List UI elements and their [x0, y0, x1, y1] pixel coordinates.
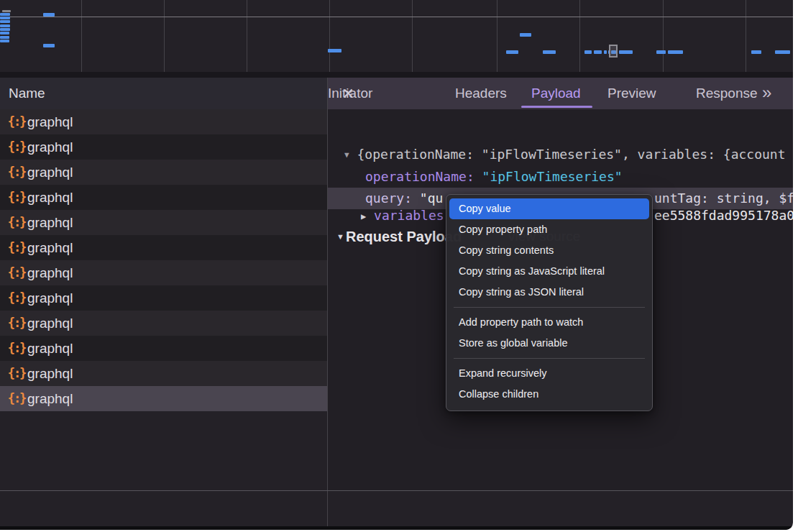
waterfall-request-bar[interactable]: [775, 50, 790, 54]
waterfall-gridline: [497, 0, 497, 72]
request-name: graphql: [27, 185, 73, 210]
table-row[interactable]: {:}graphql: [0, 386, 327, 411]
window-bottom-edge: [0, 526, 793, 530]
waterfall-request-bar[interactable]: [328, 49, 341, 52]
table-row[interactable]: {:}graphql: [0, 311, 327, 336]
waterfall-request-bar[interactable]: [0, 20, 10, 23]
menu-item-copy-string-as-javascript-literal[interactable]: Copy string as JavaScript literal: [449, 261, 649, 282]
name-column-label: Name: [9, 86, 45, 101]
waterfall-request-bar[interactable]: [520, 33, 531, 37]
fetch-braces-icon: {:}: [7, 185, 26, 210]
menu-item-expand-recursively[interactable]: Expand recursively: [449, 363, 649, 384]
waterfall-gridline: [247, 0, 247, 72]
devtools-network-window: Name ✕ HeadersPayloadPreviewResponseInit…: [0, 0, 793, 530]
name-column-header[interactable]: Name: [0, 78, 327, 109]
request-name: graphql: [27, 311, 73, 336]
variables-expand-icon[interactable]: ▶: [361, 211, 366, 221]
fetch-braces-icon: {:}: [7, 311, 26, 336]
table-row[interactable]: {:}graphql: [0, 285, 327, 311]
fetch-braces-icon: {:}: [7, 386, 26, 411]
fetch-braces-icon: {:}: [7, 235, 26, 260]
fetch-braces-icon: {:}: [7, 285, 26, 311]
waterfall-request-bar[interactable]: [668, 50, 683, 54]
waterfall-request-bar[interactable]: [0, 28, 10, 31]
fetch-braces-icon: {:}: [7, 361, 26, 386]
variables-node[interactable]: ▶ variables: [361, 206, 444, 226]
tab-response[interactable]: Response: [696, 78, 758, 109]
waterfall-gridline: [329, 0, 330, 72]
waterfall-selected-marker: [609, 45, 618, 58]
request-name: graphql: [27, 210, 73, 235]
request-payload-title: Request Payload: [346, 226, 462, 247]
variables-key: variables: [374, 208, 444, 223]
query-value-start: "qu: [420, 191, 444, 206]
waterfall-request-bar[interactable]: [543, 50, 556, 54]
tab-initiator[interactable]: Initiator: [328, 78, 372, 109]
menu-item-copy-value[interactable]: Copy value: [449, 198, 649, 219]
waterfall-request-bar[interactable]: [0, 36, 9, 39]
waterfall-request-bar[interactable]: [0, 13, 10, 16]
waterfall-request-bar[interactable]: [0, 32, 9, 35]
waterfall-divider: [0, 72, 793, 78]
table-row[interactable]: {:}graphql: [0, 109, 327, 134]
waterfall-gridline: [164, 0, 165, 72]
menu-item-copy-string-as-json-literal[interactable]: Copy string as JSON literal: [449, 282, 649, 303]
menu-item-add-property-path-to-watch[interactable]: Add property path to watch: [449, 312, 649, 333]
fetch-braces-icon: {:}: [7, 336, 26, 361]
panel-divider[interactable]: [327, 78, 328, 526]
waterfall-request-bar[interactable]: [584, 50, 592, 54]
waterfall-gridline: [746, 0, 746, 72]
waterfall-request-bar[interactable]: [43, 44, 55, 47]
menu-item-copy-string-contents[interactable]: Copy string contents: [449, 240, 649, 261]
waterfall-request-bar[interactable]: [604, 50, 607, 54]
more-tabs-icon[interactable]: »: [762, 78, 770, 109]
table-row[interactable]: {:}graphql: [0, 210, 327, 235]
table-row[interactable]: {:}graphql: [0, 361, 327, 386]
menu-item-store-as-global-variable[interactable]: Store as global variable: [449, 333, 649, 354]
section-collapse-icon[interactable]: ▼: [336, 226, 344, 247]
request-name: graphql: [27, 361, 73, 386]
table-row[interactable]: {:}graphql: [0, 336, 327, 361]
root-collapse-icon[interactable]: ▼: [344, 150, 349, 160]
waterfall-request-bar[interactable]: [0, 17, 10, 19]
operation-name-value: "ipFlowTimeseries": [482, 169, 623, 184]
fetch-braces-icon: {:}: [7, 210, 26, 235]
waterfall-row-divider: [0, 17, 793, 17]
root-preview-text: {operationName: "ipFlowTimeseries", vari…: [357, 147, 785, 162]
payload-root-node[interactable]: ▼ {operationName: "ipFlowTimeseries", va…: [344, 145, 786, 165]
table-row[interactable]: {:}graphql: [0, 160, 327, 185]
fetch-braces-icon: {:}: [7, 134, 26, 160]
waterfall-gridline: [663, 0, 664, 72]
waterfall-request-bar[interactable]: [43, 13, 55, 17]
menu-separator: [454, 358, 645, 359]
waterfall-request-bar[interactable]: [0, 40, 9, 42]
request-name: graphql: [27, 235, 73, 260]
request-name: graphql: [27, 260, 73, 285]
menu-item-collapse-children[interactable]: Collapse children: [449, 384, 649, 405]
tab-preview[interactable]: Preview: [607, 78, 656, 109]
network-overview-waterfall[interactable]: [0, 0, 793, 72]
footer-divider: [0, 490, 793, 491]
query-key: query:: [365, 191, 420, 206]
waterfall-request-bar[interactable]: [619, 50, 633, 54]
table-row[interactable]: {:}graphql: [0, 185, 327, 210]
request-name: graphql: [27, 134, 73, 160]
waterfall-pending-bar: [2, 10, 11, 12]
table-row[interactable]: {:}graphql: [0, 235, 327, 260]
waterfall-request-bar[interactable]: [594, 50, 602, 54]
menu-item-copy-property-path[interactable]: Copy property path: [449, 219, 649, 240]
tab-payload[interactable]: Payload: [531, 78, 581, 109]
waterfall-request-bar[interactable]: [656, 50, 666, 54]
menu-separator: [454, 307, 645, 308]
request-name: graphql: [27, 109, 73, 134]
table-row[interactable]: {:}graphql: [0, 134, 327, 160]
tab-headers[interactable]: Headers: [455, 78, 507, 109]
waterfall-request-bar[interactable]: [0, 24, 10, 27]
waterfall-gridline: [579, 0, 580, 72]
table-row[interactable]: {:}graphql: [0, 260, 327, 285]
operation-name-node[interactable]: operationName: "ipFlowTimeseries": [365, 167, 623, 187]
waterfall-gridline: [412, 0, 413, 72]
waterfall-request-bar[interactable]: [751, 50, 761, 54]
waterfall-request-bar[interactable]: [506, 50, 518, 54]
variables-value-continuation: ee5588fdad995178a0: [654, 206, 793, 226]
